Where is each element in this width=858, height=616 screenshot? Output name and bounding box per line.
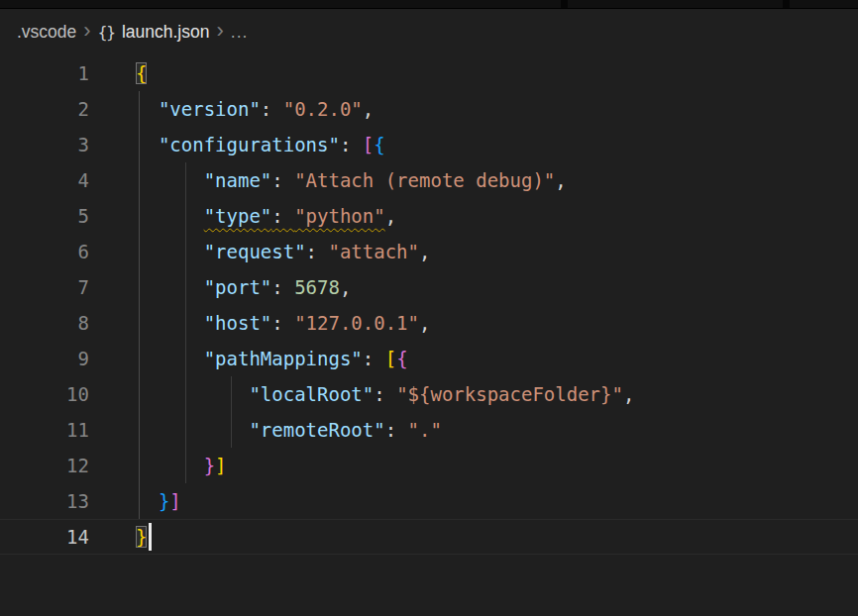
code-line[interactable]: 1{ bbox=[0, 55, 858, 91]
code-text: "pathMappings": [{ bbox=[89, 341, 408, 376]
line-number[interactable]: 3 bbox=[0, 127, 89, 162]
code-token bbox=[136, 419, 249, 441]
vscode-window: .vscode › {} launch.json › ... 1{2 "vers… bbox=[0, 0, 858, 616]
code-token: : bbox=[271, 205, 294, 227]
code-token: "configurations" bbox=[159, 134, 340, 155]
chevron-right-icon: › bbox=[216, 20, 223, 42]
line-number[interactable]: 12 bbox=[0, 448, 89, 483]
code-token: , bbox=[363, 98, 374, 120]
code-token: : bbox=[363, 348, 385, 369]
code-line[interactable]: 6 "request": "attach", bbox=[0, 234, 858, 269]
code-token: "${workspaceFolder}" bbox=[396, 383, 623, 405]
code-token: "type" bbox=[204, 205, 272, 227]
code-editor[interactable]: 1{2 "version": "0.2.0",3 "configurations… bbox=[0, 55, 858, 616]
code-line[interactable]: 2 "version": "0.2.0", bbox=[0, 91, 858, 127]
text-cursor bbox=[149, 523, 152, 551]
code-token: : bbox=[306, 241, 329, 262]
code-token: "localRoot" bbox=[249, 383, 374, 405]
line-number[interactable]: 7 bbox=[0, 269, 89, 305]
code-line[interactable]: 5 "type": "python", bbox=[0, 198, 858, 234]
code-token: { bbox=[374, 134, 384, 155]
line-number[interactable]: 11 bbox=[0, 412, 89, 448]
tab-separator bbox=[783, 0, 790, 8]
code-text: "port": 5678, bbox=[89, 269, 351, 305]
code-token: ] bbox=[169, 490, 180, 512]
code-token: ] bbox=[215, 455, 226, 476]
code-token: "port" bbox=[204, 276, 272, 298]
code-token: , bbox=[419, 241, 430, 262]
code-token: { bbox=[396, 348, 407, 369]
chevron-right-icon: › bbox=[83, 20, 90, 42]
code-text: { bbox=[89, 55, 147, 91]
code-token: [ bbox=[363, 134, 374, 155]
code-line[interactable]: 13 }] bbox=[0, 483, 858, 519]
breadcrumb-folder[interactable]: .vscode bbox=[17, 22, 76, 43]
code-token bbox=[136, 169, 204, 191]
code-token: : bbox=[271, 312, 294, 334]
code-line[interactable]: 10 "localRoot": "${workspaceFolder}", bbox=[0, 376, 858, 412]
code-token bbox=[136, 383, 249, 405]
tab-separator bbox=[561, 0, 568, 8]
code-text: } bbox=[89, 519, 152, 555]
code-token: } bbox=[204, 455, 215, 476]
code-token bbox=[136, 205, 204, 227]
line-number[interactable]: 2 bbox=[0, 91, 89, 127]
code-token: , bbox=[385, 205, 396, 227]
code-token: "0.2.0" bbox=[283, 98, 363, 120]
code-line[interactable]: 11 "remoteRoot": "." bbox=[0, 412, 858, 448]
code-token: "." bbox=[408, 419, 442, 441]
breadcrumb-symbol-path[interactable]: ... bbox=[231, 22, 249, 43]
code-token: : bbox=[261, 98, 283, 120]
warning-squiggle: "type": "python" bbox=[204, 205, 385, 227]
line-number[interactable]: 13 bbox=[0, 483, 89, 519]
code-text: "request": "attach", bbox=[89, 234, 430, 269]
code-line[interactable]: 8 "host": "127.0.0.1", bbox=[0, 305, 858, 341]
code-token bbox=[136, 455, 204, 476]
code-token: } bbox=[159, 490, 169, 512]
breadcrumb-file[interactable]: launch.json bbox=[122, 22, 210, 43]
code-token: , bbox=[555, 169, 566, 191]
code-line[interactable]: 3 "configurations": [{ bbox=[0, 127, 858, 162]
line-number[interactable]: 5 bbox=[0, 198, 89, 234]
line-number[interactable]: 14 bbox=[0, 519, 89, 555]
code-line[interactable]: 7 "port": 5678, bbox=[0, 269, 858, 305]
code-text: "name": "Attach (remote debug)", bbox=[89, 162, 567, 198]
code-token: "version" bbox=[159, 98, 261, 120]
code-token bbox=[136, 98, 159, 120]
code-token bbox=[136, 276, 204, 298]
code-token: : bbox=[385, 419, 408, 441]
line-number[interactable]: 1 bbox=[0, 55, 89, 91]
code-token: "name" bbox=[204, 169, 272, 191]
code-text: }] bbox=[89, 483, 181, 519]
code-token: [ bbox=[385, 348, 396, 369]
code-text: "configurations": [{ bbox=[89, 127, 385, 162]
line-number[interactable]: 9 bbox=[0, 341, 89, 376]
code-line[interactable]: 14} bbox=[0, 519, 858, 555]
breadcrumb: .vscode › {} launch.json › ... bbox=[0, 10, 858, 54]
matched-bracket: } bbox=[136, 526, 147, 548]
code-line[interactable]: 12 }] bbox=[0, 448, 858, 483]
code-line[interactable]: 4 "name": "Attach (remote debug)", bbox=[0, 162, 858, 198]
code-token bbox=[136, 312, 204, 334]
code-token: "Attach (remote debug)" bbox=[294, 169, 555, 191]
code-token: "request" bbox=[204, 241, 306, 262]
code-line[interactable]: 9 "pathMappings": [{ bbox=[0, 341, 858, 376]
line-number[interactable]: 8 bbox=[0, 305, 89, 341]
code-token bbox=[136, 134, 159, 155]
matched-bracket: { bbox=[136, 62, 147, 84]
code-text: "host": "127.0.0.1", bbox=[89, 305, 430, 341]
code-token bbox=[136, 490, 159, 512]
code-token: , bbox=[419, 312, 430, 334]
line-number[interactable]: 4 bbox=[0, 162, 89, 198]
code-text: "version": "0.2.0", bbox=[89, 91, 374, 127]
line-number[interactable]: 10 bbox=[0, 376, 89, 412]
code-text: "localRoot": "${workspaceFolder}", bbox=[89, 376, 634, 412]
code-token: : bbox=[374, 383, 396, 405]
code-token: , bbox=[623, 383, 634, 405]
line-number[interactable]: 6 bbox=[0, 234, 89, 269]
tab-bar[interactable] bbox=[0, 0, 858, 9]
code-token: : bbox=[271, 276, 294, 298]
code-text: "type": "python", bbox=[89, 198, 396, 234]
code-token: "host" bbox=[204, 312, 272, 334]
code-token: "remoteRoot" bbox=[249, 419, 384, 441]
